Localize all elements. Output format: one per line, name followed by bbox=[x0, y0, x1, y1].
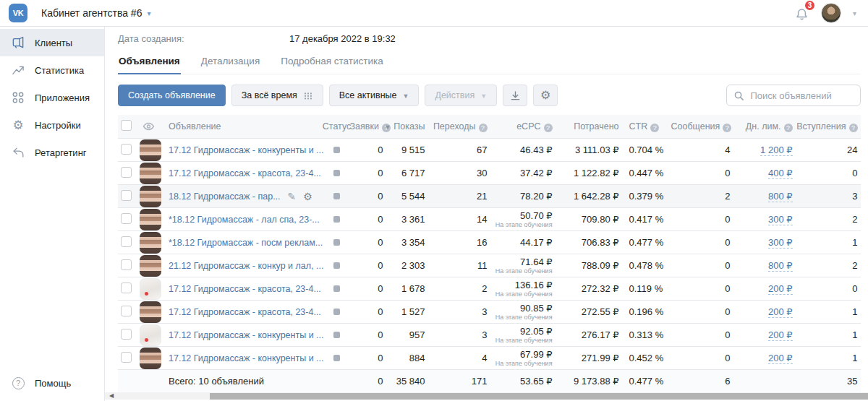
search-input[interactable] bbox=[749, 90, 854, 102]
ad-thumbnail[interactable] bbox=[140, 186, 161, 207]
ad-thumbnail[interactable] bbox=[140, 139, 161, 161]
period-filter-button[interactable]: За всё время bbox=[231, 85, 323, 106]
tab-detailed-statistics[interactable]: Подробная статистика bbox=[280, 50, 383, 74]
ad-thumbnail[interactable] bbox=[140, 278, 161, 300]
sidebar-item-statistics[interactable]: Статистика bbox=[0, 56, 104, 84]
status-stopped-icon[interactable] bbox=[333, 355, 340, 361]
header-clicks[interactable]: Переходы? bbox=[425, 121, 488, 132]
header-leads[interactable]: Заявки? bbox=[350, 121, 383, 132]
cell-clicks: 30 bbox=[425, 168, 488, 178]
select-all-checkbox[interactable] bbox=[121, 120, 132, 131]
ad-title-link[interactable]: 17.12 Гидромассаж - красота, 23-4... bbox=[169, 168, 321, 178]
row-checkbox[interactable] bbox=[121, 213, 132, 224]
eye-icon[interactable] bbox=[142, 121, 155, 131]
daily-limit-link[interactable]: 800 ₽ bbox=[768, 191, 793, 202]
ad-title-link[interactable]: *18.12 Гидромассаж - посм реклам... bbox=[169, 238, 323, 248]
row-checkbox[interactable] bbox=[121, 167, 132, 178]
help-icon[interactable]: ? bbox=[650, 124, 659, 132]
sidebar-item-clients[interactable]: Клиенты bbox=[0, 29, 104, 56]
help-icon[interactable]: ? bbox=[479, 124, 488, 132]
row-checkbox[interactable] bbox=[121, 144, 132, 155]
ad-title-link[interactable]: 17.12 Гидромассаж - конкуренты и ... bbox=[169, 330, 324, 340]
sidebar-item-settings[interactable]: ⚙ Настройки bbox=[0, 111, 104, 139]
ad-title-link[interactable]: 21.12 Гидромассаж - конкур и лал, ... bbox=[169, 261, 323, 271]
header-joins[interactable]: Вступления? bbox=[793, 121, 858, 132]
scroll-left-arrow-icon[interactable]: ◀ bbox=[107, 392, 116, 400]
creation-date-row: Дата создания: 17 декабря 2022 в 19:32 bbox=[118, 31, 861, 46]
learning-stage-note: На этапе обучения bbox=[495, 337, 553, 344]
ad-thumbnail[interactable] bbox=[140, 255, 161, 277]
ad-thumbnail[interactable] bbox=[140, 324, 161, 346]
ad-title-link[interactable]: *18.12 Гидромассаж - лал спа, 23-... bbox=[169, 215, 320, 225]
horizontal-scrollbar[interactable]: ◀ bbox=[105, 392, 868, 400]
sidebar-item-retargeting[interactable]: Ретаргетинг bbox=[0, 139, 104, 166]
notifications-button[interactable]: 3 bbox=[794, 4, 809, 22]
header-ecpc[interactable]: eCPC? bbox=[488, 121, 553, 132]
status-filter-label: Все активные bbox=[339, 90, 397, 100]
row-settings-gear-icon[interactable]: ⚙ bbox=[303, 191, 312, 202]
ad-thumbnail[interactable] bbox=[140, 348, 161, 369]
row-checkbox[interactable] bbox=[121, 190, 132, 201]
row-checkbox[interactable] bbox=[121, 236, 132, 247]
account-chevron-down-icon[interactable]: ▾ bbox=[853, 9, 856, 17]
status-stopped-icon[interactable] bbox=[333, 239, 340, 246]
daily-limit-link[interactable]: 800 ₽ bbox=[768, 260, 793, 272]
vk-logo-icon[interactable]: VK bbox=[9, 4, 27, 22]
avatar[interactable] bbox=[821, 3, 841, 23]
status-stopped-icon[interactable] bbox=[333, 332, 340, 338]
sidebar-item-help[interactable]: ? Помощь bbox=[0, 369, 104, 397]
cell-joins: 1 bbox=[793, 353, 858, 363]
status-filter-dropdown[interactable]: Все активные ▼ bbox=[329, 85, 420, 106]
status-stopped-icon[interactable] bbox=[333, 170, 340, 176]
header-daily-limit[interactable]: Дн. лим.? bbox=[731, 121, 793, 132]
help-icon[interactable]: ? bbox=[849, 124, 858, 132]
help-icon[interactable]: ? bbox=[544, 124, 553, 132]
header-messages[interactable]: Сообщения? bbox=[671, 121, 731, 132]
ad-thumbnail[interactable] bbox=[140, 232, 161, 254]
edit-pencil-icon[interactable]: ✎ bbox=[288, 191, 297, 202]
status-stopped-icon[interactable] bbox=[333, 193, 340, 199]
ad-title-link[interactable]: 17.12 Гидромассаж - конкуренты и ... bbox=[169, 145, 324, 155]
daily-limit-link[interactable]: 200 ₽ bbox=[768, 306, 793, 318]
daily-limit-link[interactable]: 200 ₽ bbox=[768, 283, 793, 295]
ad-title-link[interactable]: 17.12 Гидромассаж - красота, 23-4... bbox=[169, 284, 321, 294]
daily-limit-link[interactable]: 200 ₽ bbox=[768, 329, 793, 341]
scrollbar-thumb[interactable] bbox=[210, 393, 868, 400]
export-button[interactable] bbox=[503, 85, 527, 106]
ad-thumbnail[interactable] bbox=[140, 209, 161, 230]
cell-ecpc: 78.20 ₽ bbox=[488, 191, 553, 201]
ad-thumbnail[interactable] bbox=[140, 301, 161, 323]
sort-desc-icon: ▼ bbox=[384, 124, 391, 131]
daily-limit-link[interactable]: 1 200 ₽ bbox=[760, 145, 792, 156]
daily-limit-link[interactable]: 400 ₽ bbox=[768, 168, 793, 179]
row-checkbox[interactable] bbox=[121, 259, 132, 270]
row-checkbox[interactable] bbox=[121, 329, 132, 340]
ad-title-link[interactable]: 17.12 Гидромассаж - красота, 23-4... bbox=[169, 307, 321, 317]
cabinet-title-dropdown[interactable]: Кабинет агентства #6 ▾ bbox=[41, 7, 150, 19]
actions-dropdown[interactable]: Действия ▼ bbox=[425, 85, 497, 106]
ad-title-link[interactable]: 18.12 Гидромассаж - пар... bbox=[169, 191, 281, 202]
status-stopped-icon[interactable] bbox=[333, 309, 340, 315]
ad-title-link[interactable]: 17.12 Гидромассаж - конкуренты и ... bbox=[169, 353, 324, 363]
help-icon[interactable]: ? bbox=[784, 124, 793, 132]
cell-leads: 0 bbox=[350, 214, 383, 225]
status-stopped-icon[interactable] bbox=[333, 285, 340, 292]
row-checkbox[interactable] bbox=[121, 283, 132, 293]
tab-detailing[interactable]: Детализация bbox=[200, 50, 260, 74]
create-ad-button[interactable]: Создать объявление bbox=[118, 85, 226, 106]
daily-limit-link[interactable]: 300 ₽ bbox=[768, 214, 793, 225]
header-ctr[interactable]: CTR? bbox=[619, 121, 671, 132]
status-stopped-icon[interactable] bbox=[333, 147, 340, 153]
row-checkbox[interactable] bbox=[121, 352, 132, 363]
daily-limit-link[interactable]: 200 ₽ bbox=[768, 353, 793, 364]
tab-ads[interactable]: Объявления bbox=[118, 50, 181, 74]
header-impressions-sorted[interactable]: ▼Показы bbox=[383, 121, 425, 131]
row-checkbox[interactable] bbox=[121, 306, 132, 316]
sidebar-item-apps[interactable]: Приложения bbox=[0, 84, 104, 111]
status-stopped-icon[interactable] bbox=[333, 262, 340, 269]
status-stopped-icon[interactable] bbox=[333, 216, 340, 223]
ad-thumbnail[interactable] bbox=[140, 163, 161, 184]
totals-impressions: 35 840 bbox=[383, 376, 425, 387]
table-settings-button[interactable]: ⚙ bbox=[533, 85, 558, 106]
daily-limit-link[interactable]: 300 ₽ bbox=[768, 237, 793, 249]
